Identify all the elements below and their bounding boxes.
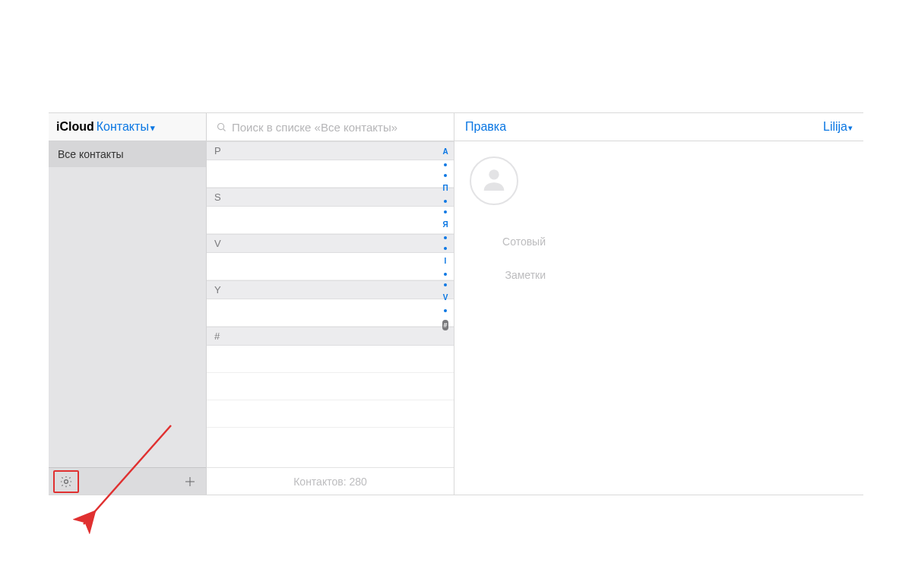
contacts-scroll[interactable]: P S V Y # [207, 141, 454, 467]
section-dropdown-label: Контакты [97, 120, 149, 134]
sidebar-footer [49, 467, 206, 495]
contact-row[interactable] [207, 160, 454, 188]
settings-button-highlight [53, 470, 79, 493]
index-dot[interactable] [444, 163, 447, 166]
contact-row[interactable] [207, 400, 454, 428]
svg-line-4 [223, 128, 226, 131]
index-hash[interactable]: # [442, 320, 448, 330]
index-letter[interactable]: I [445, 258, 447, 265]
avatar-row [470, 156, 848, 205]
section-header: S [207, 188, 454, 207]
gear-icon[interactable] [59, 475, 73, 488]
add-contact-button[interactable] [179, 470, 201, 493]
index-letter[interactable]: П [442, 185, 448, 192]
field-mobile: Сотовый [470, 236, 848, 248]
search-icon [216, 122, 227, 133]
section-header: # [207, 327, 454, 346]
index-dot[interactable] [444, 200, 447, 203]
contact-row[interactable] [207, 207, 454, 234]
contact-row[interactable] [207, 346, 454, 373]
detail-header: Правка Lilija▾ [454, 113, 863, 141]
sidebar-spacer [49, 167, 206, 467]
sidebar-header[interactable]: iCloud Контакты ▾ [49, 113, 206, 141]
index-letter[interactable]: V [443, 294, 448, 302]
contact-row[interactable] [207, 373, 454, 400]
index-dot[interactable] [444, 174, 447, 177]
index-dot[interactable] [444, 210, 447, 213]
contacts-list-pane: P S V Y # АПЯIV# Контактов: 280 [207, 113, 454, 495]
group-all-contacts[interactable]: Все контакты [49, 141, 206, 167]
search-row[interactable] [207, 113, 454, 141]
index-dot[interactable] [444, 247, 447, 250]
field-label-notes: Заметки [470, 269, 546, 281]
account-label: Lilija [823, 120, 847, 133]
svg-point-0 [65, 479, 68, 483]
section-header: P [207, 141, 454, 160]
group-label: Все контакты [58, 148, 124, 160]
chevron-down-icon: ▾ [848, 123, 853, 132]
index-letter[interactable]: А [442, 148, 448, 156]
index-dot[interactable] [444, 309, 447, 312]
section-header: V [207, 234, 454, 253]
contacts-count: Контактов: 280 [207, 467, 454, 495]
index-dot[interactable] [444, 236, 447, 239]
index-dot[interactable] [444, 283, 447, 286]
search-input[interactable] [232, 121, 445, 134]
field-notes: Заметки [470, 269, 848, 281]
brand-label: iCloud [56, 120, 94, 134]
svg-point-5 [489, 169, 499, 179]
plus-icon [183, 475, 197, 488]
field-label-mobile: Сотовый [470, 236, 546, 248]
sidebar: iCloud Контакты ▾ Все контакты [49, 113, 207, 495]
index-letter[interactable]: Я [442, 221, 448, 229]
edit-button[interactable]: Правка [465, 120, 506, 134]
contact-row[interactable] [207, 299, 454, 327]
account-menu[interactable]: Lilija▾ [823, 120, 853, 134]
section-header: Y [207, 280, 454, 299]
chevron-down-icon: ▾ [150, 123, 155, 133]
index-dot[interactable] [444, 273, 447, 276]
avatar-placeholder[interactable] [470, 156, 518, 205]
contact-row[interactable] [207, 253, 454, 280]
contact-detail-pane: Правка Lilija▾ Сотовый [454, 113, 863, 495]
svg-point-3 [218, 123, 224, 129]
contacts-app: iCloud Контакты ▾ Все контакты [49, 112, 863, 495]
alpha-index[interactable]: АПЯIV# [440, 145, 451, 472]
detail-body: Сотовый Заметки [454, 141, 863, 318]
person-icon [479, 164, 509, 198]
